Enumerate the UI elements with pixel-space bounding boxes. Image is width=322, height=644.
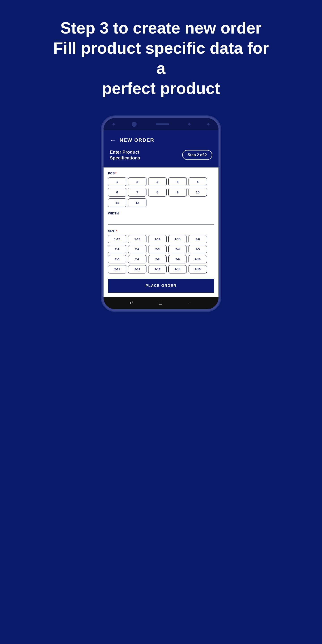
size-btn-1-14[interactable]: 1-14 bbox=[148, 235, 166, 243]
size-btn-2-8[interactable]: 2-8 bbox=[148, 255, 166, 264]
pcs-btn-11[interactable]: 11 bbox=[108, 198, 126, 207]
pcs-btn-8[interactable]: 8 bbox=[148, 188, 166, 196]
step-badge: Step 2 of 2 bbox=[182, 150, 212, 160]
size-btn-2-5[interactable]: 2-5 bbox=[188, 245, 207, 253]
front-camera bbox=[132, 122, 137, 127]
size-required-star: * bbox=[116, 229, 117, 233]
header-bottom-row: Enter Product Specifications Step 2 of 2 bbox=[110, 149, 212, 161]
size-btn-2-10[interactable]: 2-10 bbox=[188, 255, 207, 264]
width-label: WIDTH bbox=[108, 212, 214, 215]
size-btn-2-4[interactable]: 2-4 bbox=[168, 245, 187, 253]
nav-recent-apps-icon[interactable]: ↵ bbox=[130, 300, 134, 306]
size-btn-2-12[interactable]: 2-12 bbox=[128, 265, 146, 274]
pcs-btn-10[interactable]: 10 bbox=[188, 188, 207, 196]
screen-body: PCS* 1 2 3 4 5 6 7 8 9 10 11 12 bbox=[104, 168, 218, 297]
size-label: SIZE* bbox=[108, 229, 214, 233]
width-section: WIDTH bbox=[108, 212, 214, 225]
pcs-btn-3[interactable]: 3 bbox=[148, 177, 166, 186]
pcs-btn-4[interactable]: 4 bbox=[168, 177, 187, 186]
pcs-btn-9[interactable]: 9 bbox=[168, 188, 187, 196]
back-arrow-icon[interactable]: ← bbox=[110, 137, 116, 144]
header-subtitle: Enter Product Specifications bbox=[110, 149, 140, 161]
screen-title: NEW ORDER bbox=[120, 137, 154, 143]
size-btn-2-1[interactable]: 2-1 bbox=[108, 245, 126, 253]
power-button bbox=[219, 163, 220, 178]
pcs-btn-6[interactable]: 6 bbox=[108, 188, 126, 196]
size-btn-2-0[interactable]: 2-0 bbox=[188, 235, 207, 243]
size-btn-1-13[interactable]: 1-13 bbox=[128, 235, 146, 243]
pcs-btn-5[interactable]: 5 bbox=[188, 177, 207, 186]
pcs-btn-2[interactable]: 2 bbox=[128, 177, 146, 186]
volume-up-button bbox=[102, 154, 103, 164]
page-title: Step 3 to create new order Fill product … bbox=[27, 0, 295, 112]
phone-bottom-nav: ↵ □ ← bbox=[104, 297, 218, 309]
pcs-button-grid: 1 2 3 4 5 6 7 8 9 10 11 12 bbox=[108, 177, 214, 207]
size-button-grid: 1-12 1-13 1-14 1-15 2-0 2-1 2-2 2-3 2-4 … bbox=[108, 235, 214, 274]
pcs-btn-12[interactable]: 12 bbox=[128, 198, 146, 207]
phone-status-bar bbox=[104, 118, 218, 130]
size-btn-1-12[interactable]: 1-12 bbox=[108, 235, 126, 243]
front-camera-dot bbox=[112, 123, 115, 126]
size-section: SIZE* 1-12 1-13 1-14 1-15 2-0 2-1 2-2 2-… bbox=[108, 229, 214, 274]
earpiece-speaker bbox=[156, 124, 169, 125]
app-header: ← NEW ORDER Enter Product Specifications… bbox=[104, 130, 218, 168]
size-btn-2-15[interactable]: 2-15 bbox=[188, 265, 207, 274]
size-btn-2-11[interactable]: 2-11 bbox=[108, 265, 126, 274]
pcs-required-star: * bbox=[115, 172, 116, 175]
phone-screen: ← NEW ORDER Enter Product Specifications… bbox=[104, 130, 218, 297]
pcs-btn-7[interactable]: 7 bbox=[128, 188, 146, 196]
sensor-dot-2 bbox=[207, 123, 210, 126]
bixby-button bbox=[102, 185, 103, 200]
size-btn-2-13[interactable]: 2-13 bbox=[148, 265, 166, 274]
size-btn-2-7[interactable]: 2-7 bbox=[128, 255, 146, 264]
size-btn-1-15[interactable]: 1-15 bbox=[168, 235, 187, 243]
size-btn-2-3[interactable]: 2-3 bbox=[148, 245, 166, 253]
nav-back-icon[interactable]: ← bbox=[188, 300, 192, 306]
width-input[interactable] bbox=[108, 217, 214, 223]
pcs-btn-1[interactable]: 1 bbox=[108, 177, 126, 186]
pcs-section: PCS* 1 2 3 4 5 6 7 8 9 10 11 12 bbox=[108, 172, 214, 207]
header-top-row: ← NEW ORDER bbox=[110, 137, 212, 144]
phone-frame: ← NEW ORDER Enter Product Specifications… bbox=[102, 116, 220, 311]
size-btn-2-14[interactable]: 2-14 bbox=[168, 265, 187, 274]
sensor-dot bbox=[188, 123, 190, 126]
pcs-label: PCS* bbox=[108, 172, 214, 175]
width-input-wrapper bbox=[108, 217, 214, 225]
nav-home-icon[interactable]: □ bbox=[159, 300, 162, 306]
place-order-button[interactable]: PLACE ORDER bbox=[108, 279, 214, 293]
size-btn-2-2[interactable]: 2-2 bbox=[128, 245, 146, 253]
size-btn-2-9[interactable]: 2-9 bbox=[168, 255, 187, 264]
size-btn-2-6[interactable]: 2-6 bbox=[108, 255, 126, 264]
volume-down-button bbox=[102, 167, 103, 182]
